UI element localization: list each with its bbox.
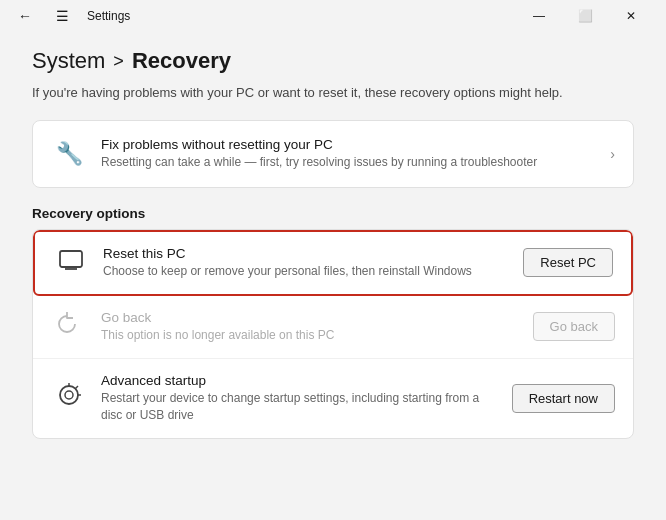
advanced-startup-row: Advanced startup Restart your device to … [33,359,633,438]
go-back-text: Go back This option is no longer availab… [101,310,519,344]
title-bar: ← ☰ Settings — ⬜ ✕ [0,0,666,32]
svg-rect-0 [60,251,82,267]
breadcrumb-system[interactable]: System [32,48,105,74]
restart-now-button[interactable]: Restart now [512,384,615,413]
menu-button[interactable]: ☰ [50,4,75,28]
go-back-icon [51,310,87,344]
maximize-button[interactable]: ⬜ [562,0,608,32]
reset-pc-title: Reset this PC [103,246,509,261]
title-bar-left: ← ☰ Settings [12,4,130,28]
advanced-startup-icon [51,381,87,415]
reset-pc-button[interactable]: Reset PC [523,248,613,277]
advanced-startup-title: Advanced startup [101,373,498,388]
window-controls: — ⬜ ✕ [516,0,654,32]
page-subtitle: If you're having problems with your PC o… [32,84,634,102]
go-back-row: Go back This option is no longer availab… [33,296,633,359]
svg-point-4 [65,391,73,399]
fix-card-desc: Resetting can take a while — first, try … [101,154,596,171]
breadcrumb-current: Recovery [132,48,231,74]
back-button[interactable]: ← [12,4,38,28]
minimize-button[interactable]: — [516,0,562,32]
advanced-startup-text: Advanced startup Restart your device to … [101,373,498,424]
close-button[interactable]: ✕ [608,0,654,32]
go-back-desc: This option is no longer available on th… [101,327,519,344]
fix-card-title: Fix problems without resetting your PC [101,137,596,152]
breadcrumb: System > Recovery [32,48,634,74]
advanced-startup-desc: Restart your device to change startup se… [101,390,498,424]
go-back-button: Go back [533,312,615,341]
reset-pc-row: Reset this PC Choose to keep or remove y… [33,230,633,296]
reset-pc-icon [53,246,89,280]
breadcrumb-arrow: > [113,51,124,72]
chevron-right-icon: › [610,146,615,162]
section-label: Recovery options [32,206,634,221]
fix-problems-card[interactable]: 🔧 Fix problems without resetting your PC… [32,120,634,188]
window-title: Settings [87,9,130,23]
reset-pc-desc: Choose to keep or remove your personal f… [103,263,509,280]
reset-pc-text: Reset this PC Choose to keep or remove y… [103,246,509,280]
main-content: System > Recovery If you're having probl… [0,32,666,520]
recovery-options-card: Reset this PC Choose to keep or remove y… [32,229,634,439]
fix-card-text: Fix problems without resetting your PC R… [101,137,596,171]
wrench-icon: 🔧 [51,141,87,167]
go-back-title: Go back [101,310,519,325]
